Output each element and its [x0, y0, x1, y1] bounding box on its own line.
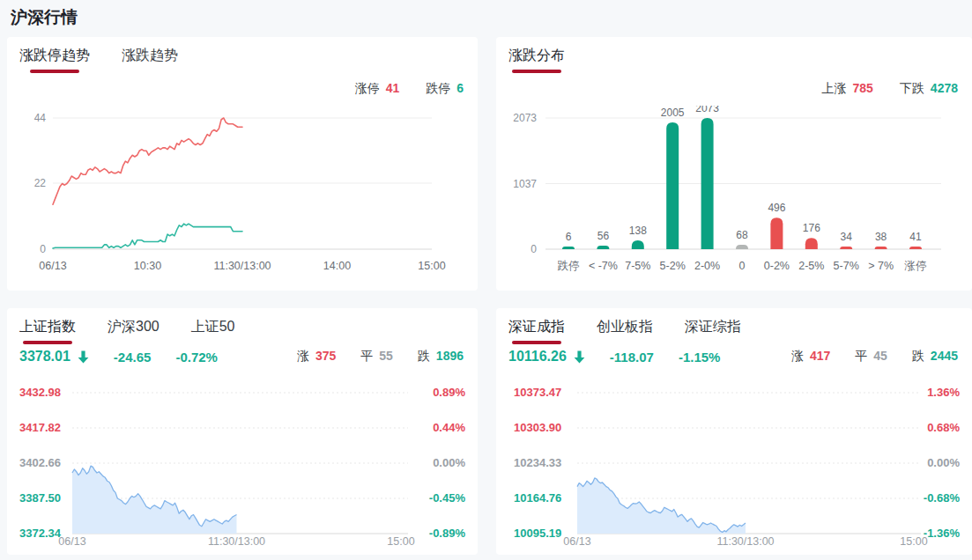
svg-text:7-5%: 7-5%: [625, 260, 650, 272]
svg-text:3402.66: 3402.66: [19, 456, 61, 469]
svg-text:14:00: 14:00: [323, 260, 351, 272]
svg-text:5-7%: 5-7%: [834, 260, 859, 272]
svg-text:5-2%: 5-2%: [660, 260, 686, 272]
limit-trend-tabs: 涨跌停趋势 涨跌趋势: [19, 46, 178, 73]
svg-text:2073: 2073: [695, 106, 719, 114]
svg-text:0.00%: 0.00%: [927, 456, 960, 469]
tab-szse-component[interactable]: 深证成指: [508, 317, 565, 344]
tab-label: 涨跌分布: [508, 48, 565, 63]
active-tab-indicator: [512, 341, 561, 344]
svg-text:10095.19: 10095.19: [514, 527, 561, 540]
sse-price: 3378.01: [19, 349, 70, 365]
panel-sse-index: 上证指数 沪深300 上证50 3378.01 -24.65 -0.72% 涨3…: [7, 308, 478, 555]
active-tab-indicator: [512, 70, 561, 73]
tab-szse-composite[interactable]: 深证综指: [685, 317, 741, 344]
panel-limit-trend: 涨跌停趋势 涨跌趋势 涨停41 跌停6 4422006/1310:3011:30…: [7, 37, 478, 291]
decliners-value: 4278: [931, 81, 958, 95]
distribution-stats: 上涨785 下跌4278: [821, 81, 958, 97]
svg-text:06/13: 06/13: [563, 535, 590, 548]
svg-text:68: 68: [736, 229, 748, 241]
svg-text:06/13: 06/13: [58, 535, 85, 548]
limit-up-label: 涨停: [355, 81, 380, 95]
limit-trend-stats: 涨停41 跌停6: [355, 81, 464, 97]
decliners-label: 下跌: [900, 81, 924, 95]
svg-text:< -7%: < -7%: [589, 260, 618, 272]
tab-chinext[interactable]: 创业板指: [597, 317, 653, 344]
svg-text:10373.47: 10373.47: [514, 386, 561, 399]
sse-breadth-stats: 涨375 平55 跌1896: [297, 349, 464, 365]
tab-distribution[interactable]: 涨跌分布: [508, 46, 565, 73]
market-dashboard: 沪深行情 涨跌停趋势 涨跌趋势 涨停41 跌停6 4422006/1310:30…: [0, 0, 972, 560]
svg-text:-1.36%: -1.36%: [924, 527, 961, 540]
svg-text:44: 44: [34, 112, 47, 124]
tab-sse-composite[interactable]: 上证指数: [19, 317, 76, 344]
sse-down-value: 1896: [436, 349, 464, 363]
svg-text:11:30/13:00: 11:30/13:00: [716, 535, 774, 548]
svg-text:2073: 2073: [513, 112, 537, 124]
sse-intraday-area-chart: 3432.980.89%3417.820.44%3402.660.00%3387…: [7, 386, 478, 555]
tab-label: 上证50: [191, 319, 235, 334]
limit-down-stat: 跌停6: [426, 81, 464, 97]
szse-down-label: 跌: [912, 349, 924, 363]
tab-limit-updown-trend[interactable]: 涨跌停趋势: [19, 46, 90, 73]
active-tab-indicator: [23, 341, 72, 344]
limit-down-label: 跌停: [426, 81, 450, 95]
svg-text:-0.89%: -0.89%: [429, 527, 466, 540]
svg-text:38: 38: [875, 231, 887, 243]
svg-text:11:30/13:00: 11:30/13:00: [213, 260, 271, 272]
sse-change-pct: -0.72%: [175, 350, 218, 365]
svg-text:10164.76: 10164.76: [514, 491, 561, 505]
sse-up-stat: 涨375: [297, 349, 336, 365]
advancers-value: 785: [852, 81, 872, 95]
szse-flat-label: 平: [855, 349, 867, 363]
svg-text:0.44%: 0.44%: [433, 421, 465, 434]
svg-text:3417.82: 3417.82: [19, 421, 61, 434]
szse-quote-row: 10116.26 -118.07 -1.15% 涨417 平45 跌2445: [508, 349, 958, 365]
limit-up-stat: 涨停41: [355, 81, 400, 97]
limit-up-value: 41: [386, 81, 400, 95]
svg-text:10303.90: 10303.90: [514, 421, 561, 434]
sse-down-stat: 跌1896: [418, 349, 464, 365]
svg-text:> 7%: > 7%: [868, 260, 894, 272]
svg-text:0.68%: 0.68%: [927, 421, 960, 434]
svg-text:0: 0: [40, 243, 46, 255]
tab-updown-trend[interactable]: 涨跌趋势: [122, 46, 178, 73]
svg-text:06/13: 06/13: [39, 260, 66, 272]
svg-text:138: 138: [629, 225, 647, 237]
svg-text:3387.50: 3387.50: [19, 491, 61, 505]
tab-label: 涨跌趋势: [122, 48, 178, 63]
sse-tabs: 上证指数 沪深300 上证50: [19, 317, 235, 344]
svg-text:0: 0: [739, 260, 746, 272]
svg-text:22: 22: [34, 177, 47, 189]
advancers-stat: 上涨785: [821, 81, 872, 97]
down-arrow-icon: [574, 350, 585, 364]
sse-down-label: 跌: [418, 349, 430, 363]
svg-text:41: 41: [909, 231, 922, 243]
sse-up-value: 375: [315, 349, 336, 363]
tab-csi300[interactable]: 沪深300: [108, 317, 160, 344]
tab-label: 深证综指: [685, 319, 741, 334]
svg-text:跌停: 跌停: [558, 260, 580, 272]
svg-text:0.89%: 0.89%: [433, 386, 465, 399]
tab-label: 沪深300: [108, 319, 160, 334]
svg-text:0-2%: 0-2%: [764, 260, 790, 272]
svg-text:2005: 2005: [661, 107, 685, 119]
tab-sse50[interactable]: 上证50: [191, 317, 235, 344]
limit-down-value: 6: [456, 81, 464, 95]
szse-down-stat: 跌2445: [912, 349, 958, 365]
szse-up-label: 涨: [791, 349, 804, 363]
szse-tabs: 深证成指 创业板指 深证综指: [508, 317, 741, 344]
szse-flat-stat: 平45: [855, 349, 887, 365]
distribution-tabs: 涨跌分布: [508, 46, 565, 73]
szse-breadth-stats: 涨417 平45 跌2445: [791, 349, 958, 365]
sse-flat-value: 55: [379, 349, 393, 363]
svg-text:1037: 1037: [513, 178, 537, 190]
szse-price: 10116.26: [508, 349, 567, 365]
svg-text:15:00: 15:00: [900, 535, 927, 548]
svg-text:34: 34: [841, 231, 853, 243]
svg-text:2-5%: 2-5%: [798, 260, 824, 272]
decliners-stat: 下跌4278: [900, 81, 958, 97]
active-tab-indicator: [30, 70, 79, 73]
sse-change: -24.65: [114, 350, 152, 365]
tab-label: 创业板指: [597, 319, 653, 334]
